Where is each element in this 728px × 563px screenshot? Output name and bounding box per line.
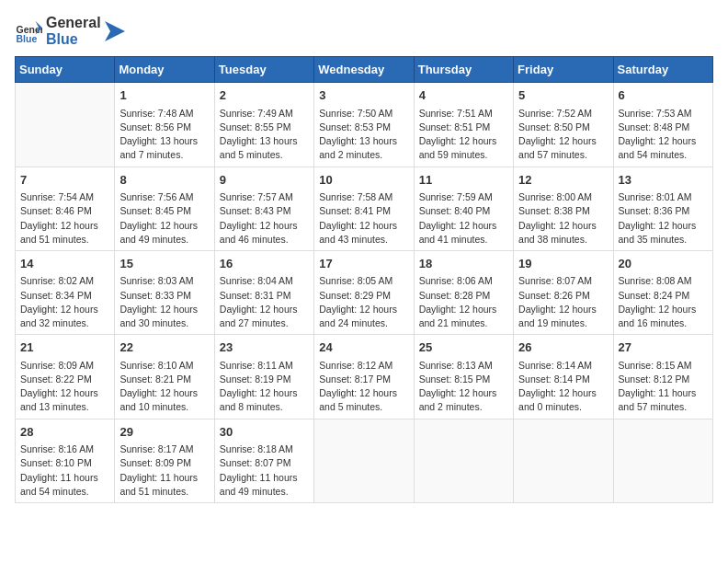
day-number: 3 [319, 86, 408, 105]
calendar-week-row: 28Sunrise: 8:16 AMSunset: 8:10 PMDayligh… [16, 419, 713, 502]
weekday-header: Friday [514, 57, 613, 83]
calendar-cell: 23Sunrise: 8:11 AMSunset: 8:19 PMDayligh… [214, 335, 313, 419]
cell-sun-info: Sunrise: 8:15 AMSunset: 8:12 PMDaylight:… [619, 359, 708, 415]
day-number: 15 [119, 255, 209, 273]
day-number: 6 [619, 86, 708, 105]
day-number: 23 [220, 339, 309, 357]
day-number: 12 [518, 171, 608, 190]
calendar-week-row: 21Sunrise: 8:09 AMSunset: 8:22 PMDayligh… [16, 335, 713, 419]
cell-sun-info: Sunrise: 8:17 AMSunset: 8:09 PMDaylight:… [119, 442, 209, 499]
calendar-cell: 27Sunrise: 8:15 AMSunset: 8:12 PMDayligh… [613, 335, 712, 419]
logo-blue-text: Blue [46, 31, 101, 48]
day-number: 1 [119, 86, 209, 105]
cell-sun-info: Sunrise: 8:04 AMSunset: 8:31 PMDaylight:… [220, 274, 309, 330]
cell-sun-info: Sunrise: 8:01 AMSunset: 8:36 PMDaylight:… [619, 190, 708, 247]
calendar-cell: 11Sunrise: 7:59 AMSunset: 8:40 PMDayligh… [414, 167, 513, 250]
day-number: 22 [119, 339, 209, 357]
cell-sun-info: Sunrise: 8:09 AMSunset: 8:22 PMDaylight:… [20, 359, 109, 415]
weekday-header: Wednesday [314, 57, 414, 83]
day-number: 19 [518, 255, 608, 273]
day-number: 8 [119, 171, 209, 190]
calendar-week-row: 14Sunrise: 8:02 AMSunset: 8:34 PMDayligh… [16, 250, 713, 334]
cell-sun-info: Sunrise: 8:18 AMSunset: 8:07 PMDaylight:… [220, 442, 309, 499]
day-number: 20 [619, 255, 708, 273]
cell-sun-info: Sunrise: 8:10 AMSunset: 8:21 PMDaylight:… [119, 359, 209, 415]
day-number: 25 [419, 339, 508, 357]
calendar-cell: 14Sunrise: 8:02 AMSunset: 8:34 PMDayligh… [16, 250, 115, 334]
calendar-cell [613, 419, 712, 502]
calendar-cell: 7Sunrise: 7:54 AMSunset: 8:46 PMDaylight… [16, 167, 115, 250]
day-number: 7 [20, 171, 109, 190]
calendar-cell: 4Sunrise: 7:51 AMSunset: 8:51 PMDaylight… [414, 83, 513, 167]
weekday-header: Monday [115, 57, 214, 83]
cell-sun-info: Sunrise: 8:14 AMSunset: 8:14 PMDaylight:… [518, 359, 608, 415]
calendar-cell: 21Sunrise: 8:09 AMSunset: 8:22 PMDayligh… [16, 335, 115, 419]
calendar-cell: 12Sunrise: 8:00 AMSunset: 8:38 PMDayligh… [514, 167, 613, 250]
weekday-header: Sunday [16, 57, 115, 83]
calendar-cell: 1Sunrise: 7:48 AMSunset: 8:56 PMDaylight… [115, 83, 214, 167]
calendar-cell: 2Sunrise: 7:49 AMSunset: 8:55 PMDaylight… [214, 83, 313, 167]
calendar-cell: 10Sunrise: 7:58 AMSunset: 8:41 PMDayligh… [314, 167, 414, 250]
day-number: 5 [518, 86, 608, 105]
cell-sun-info: Sunrise: 7:50 AMSunset: 8:53 PMDaylight:… [319, 107, 408, 163]
weekday-header-row: SundayMondayTuesdayWednesdayThursdayFrid… [16, 57, 713, 83]
cell-sun-info: Sunrise: 7:51 AMSunset: 8:51 PMDaylight:… [419, 107, 508, 163]
logo-arrow-icon [105, 21, 125, 41]
day-number: 16 [220, 255, 309, 273]
cell-sun-info: Sunrise: 8:00 AMSunset: 8:38 PMDaylight:… [518, 190, 608, 247]
cell-sun-info: Sunrise: 8:16 AMSunset: 8:10 PMDaylight:… [20, 442, 109, 499]
logo: General Blue General Blue [15, 15, 125, 47]
svg-text:Blue: Blue [17, 33, 38, 44]
calendar-cell [314, 419, 414, 502]
calendar-cell: 20Sunrise: 8:08 AMSunset: 8:24 PMDayligh… [613, 250, 712, 334]
cell-sun-info: Sunrise: 8:08 AMSunset: 8:24 PMDaylight:… [619, 274, 708, 330]
cell-sun-info: Sunrise: 7:57 AMSunset: 8:43 PMDaylight:… [220, 190, 309, 247]
day-number: 17 [319, 255, 408, 273]
calendar-cell: 9Sunrise: 7:57 AMSunset: 8:43 PMDaylight… [214, 167, 313, 250]
calendar-cell: 8Sunrise: 7:56 AMSunset: 8:45 PMDaylight… [115, 167, 214, 250]
logo-icon: General Blue [15, 17, 42, 45]
calendar-cell [16, 83, 115, 167]
calendar-cell [514, 419, 613, 502]
weekday-header: Thursday [414, 57, 513, 83]
svg-marker-3 [105, 21, 125, 41]
calendar-cell: 13Sunrise: 8:01 AMSunset: 8:36 PMDayligh… [613, 167, 712, 250]
calendar-cell: 16Sunrise: 8:04 AMSunset: 8:31 PMDayligh… [214, 250, 313, 334]
day-number: 13 [619, 171, 708, 190]
day-number: 29 [119, 423, 209, 442]
cell-sun-info: Sunrise: 7:53 AMSunset: 8:48 PMDaylight:… [619, 107, 708, 163]
cell-sun-info: Sunrise: 8:13 AMSunset: 8:15 PMDaylight:… [419, 359, 508, 415]
day-number: 27 [619, 339, 708, 357]
page-header: General Blue General Blue [15, 15, 713, 47]
cell-sun-info: Sunrise: 7:54 AMSunset: 8:46 PMDaylight:… [20, 190, 109, 247]
cell-sun-info: Sunrise: 8:06 AMSunset: 8:28 PMDaylight:… [419, 274, 508, 330]
calendar-cell: 3Sunrise: 7:50 AMSunset: 8:53 PMDaylight… [314, 83, 414, 167]
day-number: 2 [220, 86, 309, 105]
cell-sun-info: Sunrise: 8:02 AMSunset: 8:34 PMDaylight:… [20, 274, 109, 330]
day-number: 18 [419, 255, 508, 273]
calendar-cell: 15Sunrise: 8:03 AMSunset: 8:33 PMDayligh… [115, 250, 214, 334]
day-number: 11 [419, 171, 508, 190]
weekday-header: Tuesday [214, 57, 313, 83]
cell-sun-info: Sunrise: 8:07 AMSunset: 8:26 PMDaylight:… [518, 274, 608, 330]
cell-sun-info: Sunrise: 7:49 AMSunset: 8:55 PMDaylight:… [220, 107, 309, 163]
calendar-cell: 24Sunrise: 8:12 AMSunset: 8:17 PMDayligh… [314, 335, 414, 419]
cell-sun-info: Sunrise: 7:59 AMSunset: 8:40 PMDaylight:… [419, 190, 508, 247]
day-number: 21 [20, 339, 109, 357]
calendar-cell: 5Sunrise: 7:52 AMSunset: 8:50 PMDaylight… [514, 83, 613, 167]
day-number: 14 [20, 255, 109, 273]
calendar-cell: 6Sunrise: 7:53 AMSunset: 8:48 PMDaylight… [613, 83, 712, 167]
calendar-cell: 29Sunrise: 8:17 AMSunset: 8:09 PMDayligh… [115, 419, 214, 502]
calendar-cell [414, 419, 513, 502]
calendar-week-row: 1Sunrise: 7:48 AMSunset: 8:56 PMDaylight… [16, 83, 713, 167]
calendar-table: SundayMondayTuesdayWednesdayThursdayFrid… [15, 56, 713, 503]
calendar-cell: 18Sunrise: 8:06 AMSunset: 8:28 PMDayligh… [414, 250, 513, 334]
cell-sun-info: Sunrise: 7:58 AMSunset: 8:41 PMDaylight:… [319, 190, 408, 247]
day-number: 24 [319, 339, 408, 357]
cell-sun-info: Sunrise: 7:56 AMSunset: 8:45 PMDaylight:… [119, 190, 209, 247]
cell-sun-info: Sunrise: 7:48 AMSunset: 8:56 PMDaylight:… [119, 107, 209, 163]
calendar-week-row: 7Sunrise: 7:54 AMSunset: 8:46 PMDaylight… [16, 167, 713, 250]
day-number: 30 [220, 423, 309, 442]
day-number: 9 [220, 171, 309, 190]
cell-sun-info: Sunrise: 8:11 AMSunset: 8:19 PMDaylight:… [220, 359, 309, 415]
